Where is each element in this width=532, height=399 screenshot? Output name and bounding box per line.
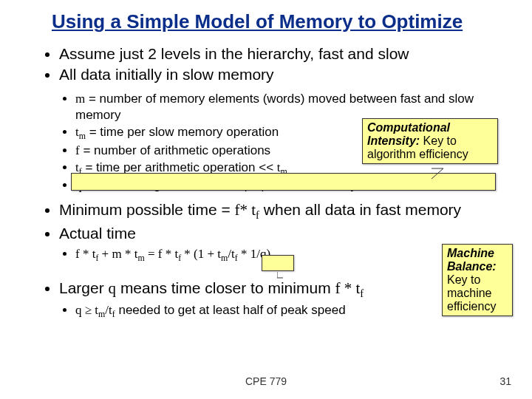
slide: Using a Simple Model of Memory to Optimi… bbox=[0, 0, 532, 399]
expr-ftf: f* tf bbox=[235, 201, 259, 219]
sub-bullet-list-3: q ≥ tm/tf needed to get at least half of… bbox=[44, 302, 502, 320]
sub-bullet-q-requirement: q ≥ tm/tf needed to get at least half of… bbox=[75, 302, 502, 320]
var-tf: tf bbox=[75, 160, 82, 174]
bullet-initial-data: All data initially in slow memory bbox=[59, 65, 502, 84]
footer-page-number: 31 bbox=[499, 375, 511, 387]
slide-title: Using a Simple Model of Memory to Optimi… bbox=[52, 10, 463, 33]
var-tm-2: tm bbox=[277, 160, 287, 174]
callout-computational-intensity: Computational Intensity: Key to algorith… bbox=[362, 118, 498, 164]
bullet-list-1: Assume just 2 levels in the hierarchy, f… bbox=[44, 44, 502, 85]
actual-time-formula: f * tf + m * tm = f * tf * (1 + tm/tf * … bbox=[75, 247, 270, 261]
def-f: = number of arithmetic operations bbox=[80, 143, 270, 157]
var-q-2: q bbox=[109, 279, 117, 297]
expr-ftf-2: f * tf bbox=[335, 279, 364, 297]
callout-mb-text: Key to machine efficiency bbox=[447, 273, 496, 313]
bullet-min-time: Minimum possible time = f* tf when all d… bbox=[59, 200, 502, 222]
var-tm: tm bbox=[75, 125, 86, 139]
def-tf: = time per arithmetic operation << bbox=[82, 160, 277, 174]
var-m: m bbox=[75, 92, 85, 106]
bullet-assume-levels: Assume just 2 levels in the hierarchy, f… bbox=[59, 44, 502, 64]
callout-mb-title: Machine Balance: bbox=[447, 247, 497, 273]
bullet-actual-time: Actual time bbox=[59, 224, 502, 243]
connector-ci bbox=[430, 167, 460, 182]
footer-course: CPE 779 bbox=[0, 375, 532, 387]
def-tm: = time per slow memory operation bbox=[86, 125, 279, 139]
bullet-list-2: Minimum possible time = f* tf when all d… bbox=[44, 200, 502, 243]
q-inequality: q ≥ tm/tf bbox=[75, 303, 115, 317]
callout-machine-balance: Machine Balance: Key to machine efficien… bbox=[442, 244, 513, 316]
connector-mb bbox=[277, 267, 447, 282]
